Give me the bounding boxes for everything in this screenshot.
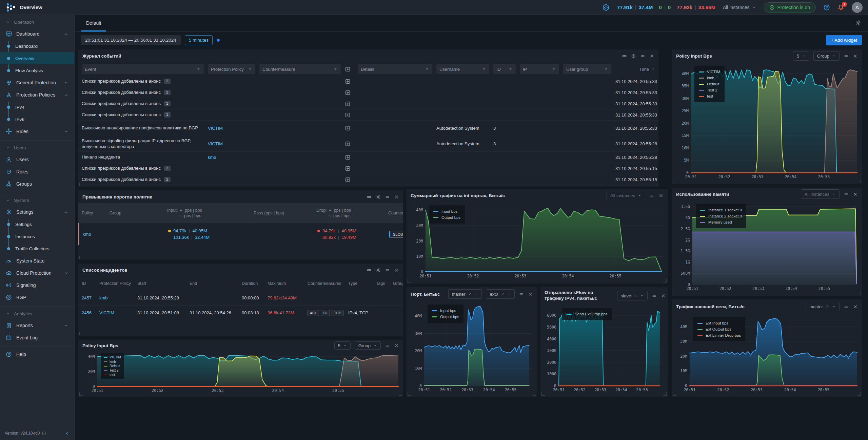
tab-default[interactable]: Default bbox=[81, 15, 106, 31]
sidebar-item-protection-policies[interactable]: Protection Policies bbox=[0, 89, 74, 101]
sidebar-item-ipv4[interactable]: IPv4 bbox=[0, 101, 74, 113]
legend-item-test-2[interactable]: Test 2 bbox=[104, 368, 121, 373]
policy-input-top-chart[interactable]: 20:5120:5220:5320:5420:5505M10M15M20M25M… bbox=[675, 62, 859, 180]
legend-item-instance-2-socket-0[interactable]: Instance 2 socket 0 bbox=[700, 213, 742, 219]
sflow-chart[interactable]: 20:5120:5220:5320:5420:55010002000300040… bbox=[543, 305, 665, 393]
close-icon[interactable] bbox=[661, 293, 666, 298]
legend-item-default[interactable]: Default bbox=[104, 364, 121, 368]
sidebar-item-reports[interactable]: Reports bbox=[0, 319, 74, 332]
expand-details-button[interactable] bbox=[345, 177, 354, 183]
close-icon[interactable] bbox=[853, 192, 858, 197]
time-range-picker[interactable]: 20:51:01 31.10.2024 — 20:56:01 31.10.202… bbox=[81, 35, 181, 45]
policy-input-bottom-chart[interactable]: 20:5120:5220:5320:5420:55020M40MVICTIMkm… bbox=[81, 351, 400, 394]
event-row[interactable]: Начало инцидента kmb 31.10.2024, 20:55:2… bbox=[78, 152, 658, 163]
ext-traffic-chart[interactable]: 20:5120:5220:5320:5420:55010M20M30M40MEx… bbox=[675, 314, 859, 393]
instances-select[interactable]: All instances bbox=[607, 191, 645, 200]
filter-user-group[interactable]: User group bbox=[563, 64, 611, 74]
sflow-chip-slave[interactable]: slave bbox=[617, 291, 648, 300]
port-chip-master[interactable]: master bbox=[448, 289, 482, 299]
policy-link[interactable]: VICTIM bbox=[208, 141, 223, 146]
close-icon[interactable] bbox=[394, 268, 399, 273]
sidebar-item-flow-analysis[interactable]: Flow Analysis bbox=[0, 64, 74, 77]
expand-details-button[interactable] bbox=[345, 112, 354, 118]
countermeasure-badge[interactable]: SLOB bbox=[389, 231, 403, 238]
close-icon[interactable] bbox=[649, 54, 654, 59]
eye-icon[interactable] bbox=[367, 268, 372, 273]
count-select[interactable]: 5 bbox=[793, 51, 809, 61]
expand-details-button[interactable] bbox=[345, 154, 354, 160]
close-icon[interactable] bbox=[394, 343, 399, 348]
menu-icon[interactable] bbox=[385, 343, 390, 348]
menu-icon[interactable] bbox=[844, 304, 849, 309]
event-row[interactable]: Списки префиксов добавлены в анонс2 31.1… bbox=[78, 76, 658, 87]
filter-details[interactable]: Details bbox=[358, 64, 432, 74]
sidebar-section-operation[interactable]: Operation bbox=[0, 16, 74, 28]
port-traffic-chart[interactable]: 20:5120:5220:5320:5420:55010M20M30M40MIn… bbox=[409, 301, 534, 393]
user-avatar[interactable]: A bbox=[852, 2, 863, 13]
gear-icon[interactable] bbox=[376, 194, 381, 200]
policy-link[interactable]: kmb bbox=[208, 155, 216, 160]
legend-item-output-bps[interactable]: Output bps bbox=[433, 214, 460, 221]
legend-item-test-2[interactable]: Test 2 bbox=[699, 87, 720, 93]
legend-item-ext-input-bps[interactable]: Ext Input bps bbox=[697, 320, 741, 326]
ext-chip-master[interactable]: master bbox=[806, 302, 840, 311]
sidebar-item-roles[interactable]: Roles bbox=[0, 166, 74, 178]
add-widget-button[interactable]: + Add widget bbox=[826, 35, 862, 45]
expand-details-button[interactable] bbox=[345, 125, 354, 131]
event-row[interactable]: Списки префиксов добавлены в анонс1 31.1… bbox=[78, 109, 658, 121]
policy-link[interactable]: VICTIM bbox=[99, 310, 114, 315]
legend-item-test[interactable]: test bbox=[699, 93, 720, 99]
incident-row[interactable]: 2456 VICTIM 31.10.2024, 20:51:08 31.10.2… bbox=[78, 306, 403, 320]
bgp-status-icon[interactable] bbox=[602, 4, 610, 11]
policy-link[interactable]: kmb bbox=[83, 232, 111, 237]
countermeasure-badge[interactable]: TCP bbox=[332, 310, 343, 316]
group-select[interactable]: Group bbox=[355, 341, 381, 350]
menu-icon[interactable] bbox=[640, 54, 645, 59]
menu-icon[interactable] bbox=[519, 292, 524, 297]
legend-item-ext-output-bps[interactable]: Ext Output bps bbox=[697, 326, 741, 332]
sidebar-section-analytics[interactable]: Analytics bbox=[0, 308, 74, 319]
sidebar-item-dashboard[interactable]: Dashboard bbox=[0, 40, 74, 52]
expand-details-button[interactable] bbox=[345, 166, 354, 171]
filter-username[interactable]: Username bbox=[436, 64, 489, 74]
policy-link[interactable]: VICTIM bbox=[208, 126, 223, 131]
help-icon[interactable] bbox=[823, 4, 830, 11]
legend-item-input-bps[interactable]: Input bps bbox=[433, 208, 460, 214]
event-row[interactable]: Выключено анонсирование префиксов полити… bbox=[78, 121, 658, 136]
sidebar-item-help[interactable]: Help bbox=[0, 348, 74, 360]
incident-id-link[interactable]: 2457 bbox=[82, 295, 92, 300]
sidebar-item-instances[interactable]: Instances bbox=[0, 230, 74, 243]
memory-usage-chart[interactable]: 20:5120:5220:5320:5420:550500M1G1.5G2G2.… bbox=[675, 201, 859, 292]
menu-icon[interactable] bbox=[385, 194, 390, 200]
event-row[interactable]: Выключена signaling-фильтрация IP-адресо… bbox=[78, 136, 658, 152]
sidebar-section-system[interactable]: System bbox=[0, 194, 74, 206]
incident-row[interactable]: 2457 kmb 31.10.2024, 20:55:28 00:00:00 7… bbox=[78, 291, 403, 306]
sidebar-item-cloud-protection[interactable]: Cloud Protection bbox=[0, 267, 74, 279]
sidebar-item-settings[interactable]: Settings bbox=[0, 206, 74, 218]
sidebar-item-ipv6[interactable]: IPv6 bbox=[0, 113, 74, 125]
sidebar-item-overview[interactable]: Overview bbox=[0, 52, 74, 64]
legend-item-memory-used[interactable]: Memory used bbox=[700, 219, 742, 225]
sidebar-item-signaling[interactable]: Signaling bbox=[0, 279, 74, 291]
legend-item-send-ext-drop-pps[interactable]: Send Ext Drop pps bbox=[567, 311, 608, 317]
menu-icon[interactable] bbox=[385, 268, 390, 273]
gear-icon[interactable] bbox=[631, 54, 636, 59]
countermeasure-badge[interactable]: ACL bbox=[308, 310, 319, 316]
expand-details-button[interactable] bbox=[345, 79, 354, 84]
instances-select[interactable]: All instances bbox=[801, 189, 840, 199]
sidebar-item-bgp[interactable]: BGP bbox=[0, 291, 74, 303]
legend-item-output-bps[interactable]: Output bps bbox=[432, 314, 459, 320]
legend-item-victim[interactable]: VICTIM bbox=[104, 355, 121, 359]
gear-icon[interactable] bbox=[376, 268, 381, 273]
thresholds-row[interactable]: kmb 94.79k|40.95M 101.36k|32.44M 94.79k|… bbox=[78, 223, 403, 245]
legend-item-test[interactable]: test bbox=[104, 373, 121, 377]
eye-icon[interactable] bbox=[622, 54, 627, 59]
close-icon[interactable] bbox=[853, 54, 858, 59]
expand-details-button[interactable] bbox=[345, 141, 354, 147]
countermeasure-badge[interactable]: BL bbox=[321, 310, 330, 316]
policy-link[interactable]: kmb bbox=[99, 295, 108, 300]
group-select[interactable]: Group bbox=[813, 51, 840, 61]
filter-id[interactable]: ID bbox=[493, 64, 516, 74]
close-icon[interactable] bbox=[853, 304, 858, 309]
event-row[interactable]: Списки префиксов добавлены в анонс2 31.1… bbox=[78, 174, 658, 185]
